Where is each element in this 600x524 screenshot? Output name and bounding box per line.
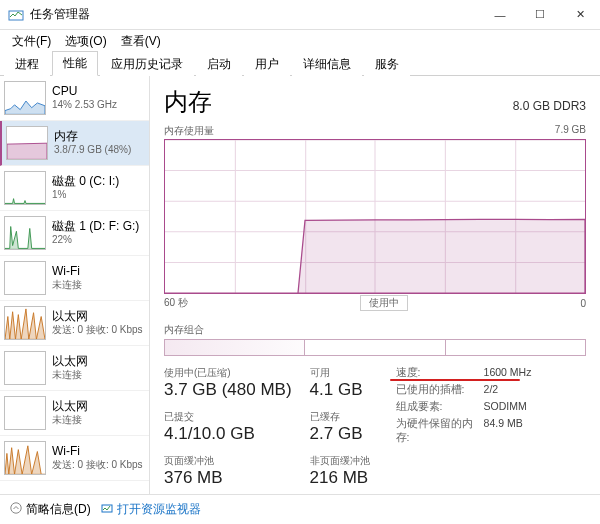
wifi-thumb-icon bbox=[4, 261, 46, 295]
wifi-thumb-icon bbox=[4, 441, 46, 475]
ethernet-thumb-icon bbox=[4, 351, 46, 385]
stat-committed: 已提交 4.1/10.0 GB bbox=[164, 410, 292, 444]
minimize-button[interactable]: — bbox=[480, 0, 520, 30]
sidebar-item-disk1[interactable]: 磁盘 1 (D: F: G:)22% bbox=[0, 211, 149, 256]
memory-capacity: 8.0 GB DDR3 bbox=[513, 99, 586, 113]
tab-app-history[interactable]: 应用历史记录 bbox=[100, 52, 194, 76]
sidebar-item-label: 以太网 bbox=[52, 354, 88, 369]
menu-view[interactable]: 查看(V) bbox=[115, 31, 167, 52]
sidebar-item-sub: 未连接 bbox=[52, 414, 88, 427]
sidebar-item-sub: 1% bbox=[52, 189, 119, 202]
close-button[interactable]: ✕ bbox=[560, 0, 600, 30]
stat-used: 使用中(已压缩) 3.7 GB (480 MB) bbox=[164, 366, 292, 400]
stat-cached: 已缓存 2.7 GB bbox=[310, 410, 370, 444]
content: CPU14% 2.53 GHz 内存3.8/7.9 GB (48%) 磁盘 0 … bbox=[0, 76, 600, 494]
chart-x-mid: 使用中 bbox=[360, 295, 408, 311]
sidebar: CPU14% 2.53 GHz 内存3.8/7.9 GB (48%) 磁盘 0 … bbox=[0, 76, 150, 494]
menu-bar: 文件(F) 选项(O) 查看(V) bbox=[0, 30, 600, 52]
tab-startup[interactable]: 启动 bbox=[196, 52, 242, 76]
stat-value: 376 MB bbox=[164, 468, 292, 488]
stat-paged: 页面缓冲池 376 MB bbox=[164, 454, 292, 488]
sidebar-item-cpu[interactable]: CPU14% 2.53 GHz bbox=[0, 76, 149, 121]
chart-x-right: 0 bbox=[580, 298, 586, 309]
stat-value: 2.7 GB bbox=[310, 424, 370, 444]
tab-users[interactable]: 用户 bbox=[244, 52, 290, 76]
stat-value: 3.7 GB (480 MB) bbox=[164, 380, 292, 400]
memory-chart-block: 内存使用量 7.9 GB 60 秒 使用中 0 bbox=[164, 124, 586, 311]
stat-label: 非页面缓冲池 bbox=[310, 454, 370, 468]
sidebar-item-label: CPU bbox=[52, 84, 117, 99]
slot-standby bbox=[446, 340, 585, 355]
chevron-up-icon bbox=[10, 502, 22, 517]
title-bar: 任务管理器 — ☐ ✕ bbox=[0, 0, 600, 30]
window-title: 任务管理器 bbox=[30, 6, 480, 23]
sidebar-item-memory[interactable]: 内存3.8/7.9 GB (48%) bbox=[0, 121, 149, 166]
sidebar-item-ethernet[interactable]: 以太网未连接 bbox=[0, 391, 149, 436]
disk-thumb-icon bbox=[4, 216, 46, 250]
sidebar-item-ethernet[interactable]: 以太网发送: 0 接收: 0 Kbps bbox=[0, 301, 149, 346]
open-resmon-label: 打开资源监视器 bbox=[117, 501, 201, 518]
stat-value: 4.1 GB bbox=[310, 380, 370, 400]
sidebar-item-label: 以太网 bbox=[52, 399, 88, 414]
detail-speed-label: 速度: bbox=[396, 366, 484, 380]
open-resmon-link[interactable]: 打开资源监视器 bbox=[101, 501, 201, 518]
tab-performance[interactable]: 性能 bbox=[52, 51, 98, 76]
stat-label: 已缓存 bbox=[310, 410, 370, 424]
tab-details[interactable]: 详细信息 bbox=[292, 52, 362, 76]
menu-options[interactable]: 选项(O) bbox=[59, 31, 112, 52]
sidebar-item-sub: 14% 2.53 GHz bbox=[52, 99, 117, 112]
tab-services[interactable]: 服务 bbox=[364, 52, 410, 76]
chart-x-left: 60 秒 bbox=[164, 296, 188, 310]
ethernet-thumb-icon bbox=[4, 396, 46, 430]
chart-ymax: 7.9 GB bbox=[555, 124, 586, 138]
fewer-details-label: 简略信息(D) bbox=[26, 501, 91, 518]
stat-label: 已提交 bbox=[164, 410, 292, 424]
sidebar-item-wifi[interactable]: Wi-Fi发送: 0 接收: 0 Kbps bbox=[0, 436, 149, 481]
sidebar-item-label: Wi-Fi bbox=[52, 444, 143, 459]
tab-processes[interactable]: 进程 bbox=[4, 52, 50, 76]
stat-value: 4.1/10.0 GB bbox=[164, 424, 292, 444]
sidebar-item-sub: 未连接 bbox=[52, 369, 88, 382]
resmon-icon bbox=[101, 502, 113, 517]
sidebar-item-ethernet[interactable]: 以太网未连接 bbox=[0, 346, 149, 391]
menu-file[interactable]: 文件(F) bbox=[6, 31, 57, 52]
main-header: 内存 8.0 GB DDR3 bbox=[164, 86, 586, 118]
cpu-thumb-icon bbox=[4, 81, 46, 115]
sidebar-item-sub: 22% bbox=[52, 234, 139, 247]
window-controls: — ☐ ✕ bbox=[480, 0, 600, 30]
fewer-details-button[interactable]: 简略信息(D) bbox=[10, 501, 91, 518]
stats: 使用中(已压缩) 3.7 GB (480 MB) 已提交 4.1/10.0 GB… bbox=[164, 366, 586, 488]
svg-rect-12 bbox=[102, 505, 112, 512]
memory-chart bbox=[164, 139, 586, 294]
sidebar-item-label: Wi-Fi bbox=[52, 264, 82, 279]
sidebar-item-label: 内存 bbox=[54, 129, 131, 144]
detail-form-value: SODIMM bbox=[484, 400, 527, 414]
slot-modified bbox=[305, 340, 445, 355]
ethernet-thumb-icon bbox=[4, 306, 46, 340]
detail-slots-value: 2/2 bbox=[484, 383, 499, 397]
svg-point-11 bbox=[11, 503, 21, 513]
stat-label: 使用中(已压缩) bbox=[164, 366, 292, 380]
detail-slots-label: 已使用的插槽: bbox=[396, 383, 484, 397]
sidebar-item-sub: 发送: 0 接收: 0 Kbps bbox=[52, 324, 143, 337]
memory-details: 速度:1600 MHz 已使用的插槽:2/2 组成要素:SODIMM 为硬件保留… bbox=[396, 366, 532, 488]
page-title: 内存 bbox=[164, 86, 212, 118]
main-panel: 内存 8.0 GB DDR3 内存使用量 7.9 GB 60 秒 使用中 bbox=[150, 76, 600, 494]
disk-thumb-icon bbox=[4, 171, 46, 205]
maximize-button[interactable]: ☐ bbox=[520, 0, 560, 30]
sidebar-item-wifi[interactable]: Wi-Fi未连接 bbox=[0, 256, 149, 301]
app-icon bbox=[8, 7, 24, 23]
sidebar-item-label: 以太网 bbox=[52, 309, 143, 324]
detail-hw-value: 84.9 MB bbox=[484, 417, 523, 445]
detail-hw-label: 为硬件保留的内存: bbox=[396, 417, 484, 445]
footer: 简略信息(D) 打开资源监视器 bbox=[0, 494, 600, 524]
slot-used bbox=[165, 340, 305, 355]
slots-label: 内存组合 bbox=[164, 323, 586, 337]
stat-label: 可用 bbox=[310, 366, 370, 380]
stat-label: 页面缓冲池 bbox=[164, 454, 292, 468]
memory-composition bbox=[164, 339, 586, 356]
memory-thumb-icon bbox=[6, 126, 48, 160]
sidebar-item-sub: 未连接 bbox=[52, 279, 82, 292]
stat-value: 216 MB bbox=[310, 468, 370, 488]
sidebar-item-disk0[interactable]: 磁盘 0 (C: I:)1% bbox=[0, 166, 149, 211]
